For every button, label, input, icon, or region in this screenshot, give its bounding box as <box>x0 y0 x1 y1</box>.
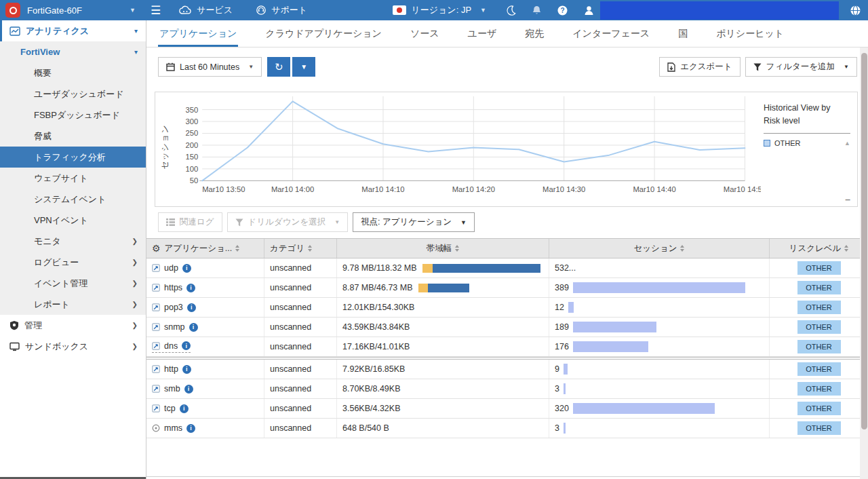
sidebar-item-monitor[interactable]: モニタ❯ <box>0 231 146 252</box>
time-range-button[interactable]: Last 60 Minutes ▼ <box>158 57 262 77</box>
application-cell[interactable]: httpi <box>146 360 264 379</box>
column-header-risk-level[interactable]: リスクレベル <box>770 239 868 258</box>
gear-icon[interactable]: ⚙ <box>152 243 161 254</box>
refresh-button[interactable]: ↻ <box>267 57 290 77</box>
legend-scroll-down-icon[interactable]: – <box>845 194 850 205</box>
table-row[interactable]: dnsiunscanned17.16KB/41.01KB176OTHER <box>146 337 868 357</box>
tab-application[interactable]: アプリケーション <box>158 28 238 47</box>
application-cell[interactable]: snmpi <box>146 318 264 337</box>
bandwidth-cell: 7.92KB/16.85KB <box>337 360 549 379</box>
info-icon[interactable]: i <box>182 341 191 350</box>
related-logs-label: 関連ログ <box>180 216 214 228</box>
tab-interface[interactable]: インターフェース <box>571 28 651 47</box>
sidebar-item-event-management[interactable]: イベント管理❯ <box>0 273 146 294</box>
sidebar-item-websites[interactable]: ウェブサイト <box>0 168 146 189</box>
tab-country[interactable]: 国 <box>677 28 689 47</box>
application-name[interactable]: mms <box>164 423 182 433</box>
tab-user[interactable]: ユーザ <box>467 28 498 47</box>
sort-icon <box>455 245 459 252</box>
application-name[interactable]: pop3 <box>164 303 183 312</box>
table-row[interactable]: udpiunscanned9.78 MB/118.32 MB532...OTHE… <box>146 258 868 278</box>
category-cell: unscanned <box>264 258 337 277</box>
menu-icon[interactable]: ☰ <box>151 3 161 18</box>
device-selector[interactable]: FortiGate-60F ▼ <box>27 5 136 16</box>
info-icon[interactable]: i <box>189 323 198 332</box>
sidebar-item-reports[interactable]: レポート❯ <box>0 294 146 315</box>
application-name[interactable]: http <box>164 364 178 374</box>
sidebar-item-analytics[interactable]: アナリティクス ▾ <box>0 20 146 41</box>
table-row[interactable]: mmsiunscanned648 B/540 B3OTHER <box>146 419 868 438</box>
info-icon[interactable]: i <box>184 385 193 394</box>
application-cell[interactable]: dnsi <box>146 337 264 356</box>
application-name[interactable]: tcp <box>164 404 176 413</box>
application-name[interactable]: udp <box>164 263 178 273</box>
application-cell[interactable]: tcpi <box>146 399 264 418</box>
scrollbar-thumb[interactable] <box>861 53 867 429</box>
tab-source[interactable]: ソース <box>409 28 441 47</box>
legend-scroll-up-icon[interactable]: ▲ <box>844 140 850 147</box>
refresh-options-button[interactable]: ▼ <box>292 57 315 77</box>
application-name[interactable]: smb <box>164 384 180 394</box>
services-menu[interactable]: サービス <box>178 4 233 16</box>
sidebar-item-management[interactable]: 管理 ❯ <box>0 315 146 336</box>
sidebar-item-logview[interactable]: ログビュー❯ <box>0 252 146 273</box>
help-icon[interactable]: ? <box>557 5 568 16</box>
sidebar-item-sandbox[interactable]: サンドボックス ❯ <box>0 336 146 357</box>
select-drilldown-button[interactable]: ドリルダウンを選択 ▼ <box>227 212 348 232</box>
category-cell: unscanned <box>264 278 337 297</box>
table-row[interactable]: httpiunscanned7.92KB/16.85KB9OTHER <box>146 360 868 379</box>
column-header-bandwidth[interactable]: 帯域幅 <box>337 239 549 258</box>
table-row[interactable]: tcpiunscanned3.56KB/4.32KB320OTHER <box>146 399 868 419</box>
info-icon[interactable]: i <box>187 303 196 312</box>
region-selector[interactable]: リージョン: JP ▼ <box>393 4 486 16</box>
legend-item-other[interactable]: OTHER ▲ <box>764 139 850 147</box>
related-logs-button[interactable]: 関連ログ <box>158 212 222 232</box>
tab-cloud-application[interactable]: クラウドアプリケーション <box>264 28 383 47</box>
info-icon[interactable]: i <box>182 365 191 374</box>
support-menu[interactable]: サポート <box>256 4 307 16</box>
column-header-category[interactable]: カテゴリ <box>264 239 337 258</box>
sidebar-item-fortiview[interactable]: FortiView ▾ <box>0 41 146 62</box>
sidebar-item-system-events[interactable]: システムイベント <box>0 189 146 210</box>
table-row[interactable]: pop3iunscanned12.01KB/154.30KB12OTHER <box>146 298 868 318</box>
table-row[interactable]: smbiunscanned8.70KB/8.49KB3OTHER <box>146 379 868 399</box>
info-icon[interactable]: i <box>180 404 189 413</box>
info-icon[interactable]: i <box>186 424 195 433</box>
application-cell[interactable]: mmsi <box>146 419 264 438</box>
tab-policy-hits[interactable]: ポリシーヒット <box>715 28 785 47</box>
sidebar-item-traffic-analysis[interactable]: トラフィック分析 <box>0 147 146 168</box>
dark-mode-moon-icon[interactable] <box>505 5 517 16</box>
application-name[interactable]: snmp <box>164 322 185 332</box>
application-name[interactable]: dns <box>164 341 178 351</box>
export-button[interactable]: エクスポート <box>659 57 740 77</box>
view-by-dropdown[interactable]: 視点: アプリケーション ▼ <box>353 212 475 232</box>
application-name[interactable]: https <box>164 283 182 292</box>
svg-text:250: 250 <box>186 129 199 137</box>
info-icon[interactable]: i <box>182 264 191 273</box>
vertical-scrollbar[interactable] <box>860 47 868 479</box>
user-icon[interactable] <box>583 5 595 16</box>
risk-level-cell: OTHER <box>770 318 868 337</box>
info-icon[interactable]: i <box>186 284 195 292</box>
sidebar-item-fsbp-dashboard[interactable]: FSBPダッシュボード <box>0 104 146 126</box>
add-filter-button[interactable]: フィルターを追加 ▼ <box>745 57 857 77</box>
sidebar-item-overview[interactable]: 概要 <box>0 62 146 83</box>
application-cell[interactable]: httpsi <box>146 278 264 297</box>
application-cell[interactable]: pop3i <box>146 298 264 317</box>
table-row[interactable]: snmpiunscanned43.59KB/43.84KB189OTHER <box>146 318 868 337</box>
sessions-line-chart[interactable]: 50100150200250300350Mar10 13:50Mar10 14:… <box>176 92 761 206</box>
globe-icon[interactable] <box>850 5 861 16</box>
notifications-bell-icon[interactable] <box>532 5 542 16</box>
table-row[interactable]: httpsiunscanned8.87 MB/46.73 MB389OTHER <box>146 278 868 298</box>
fortinet-logo-icon[interactable] <box>5 3 20 18</box>
application-cell[interactable]: udpi <box>146 258 264 277</box>
bandwidth-bar <box>418 284 469 292</box>
column-header-application[interactable]: ⚙ アプリケーショ... <box>146 239 264 258</box>
bandwidth-value: 9.78 MB/118.32 MB <box>342 263 417 273</box>
sidebar-item-user-dashboard[interactable]: ユーザダッシュボード <box>0 83 146 104</box>
application-cell[interactable]: smbi <box>146 379 264 398</box>
sidebar-item-threats[interactable]: 脅威 <box>0 126 146 147</box>
column-header-sessions[interactable]: セッション <box>549 239 770 258</box>
tab-destination[interactable]: 宛先 <box>524 28 545 47</box>
sidebar-item-vpn-events[interactable]: VPNイベント <box>0 210 146 231</box>
